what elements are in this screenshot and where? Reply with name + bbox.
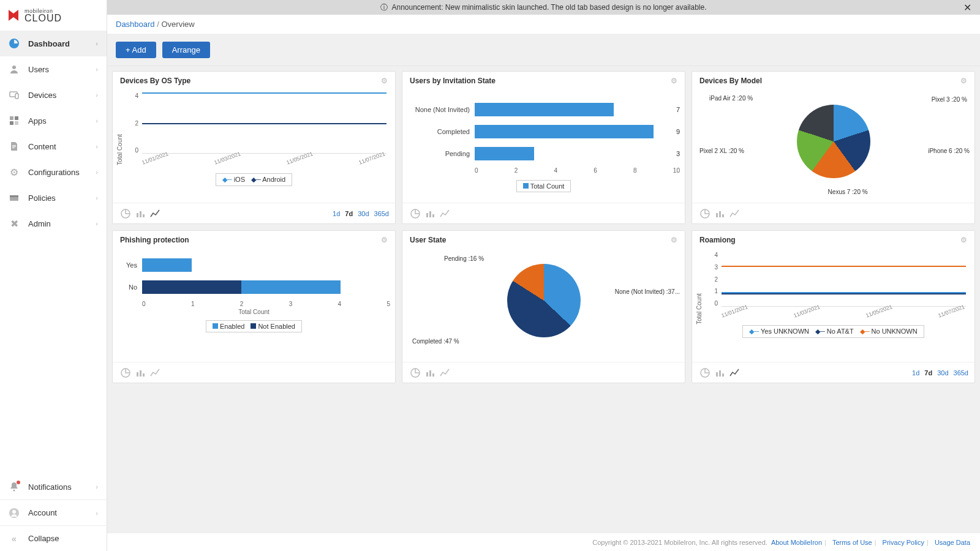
pie-chart-icon[interactable] xyxy=(119,366,132,380)
gear-icon[interactable]: ⚙ xyxy=(381,236,388,244)
nav-dashboard[interactable]: Dashboard› xyxy=(0,31,107,56)
timeframe-30d[interactable]: 30d xyxy=(358,210,369,217)
card-title: Users by Invitation State xyxy=(410,77,496,85)
pie-chart-icon[interactable] xyxy=(409,207,422,220)
nav-label: Policies xyxy=(28,193,96,203)
nav-account[interactable]: Account› xyxy=(0,500,107,525)
bar-chart-icon[interactable] xyxy=(423,366,437,380)
svg-rect-4 xyxy=(15,116,18,120)
line-chart-icon[interactable] xyxy=(438,207,451,220)
footer-link[interactable]: Usage Data xyxy=(935,539,970,546)
timeframe-7d[interactable]: 7d xyxy=(345,210,353,217)
breadcrumb: Dashboard / Overview xyxy=(107,15,980,34)
nav-bottom: Notifications›Account›«Collapse xyxy=(0,474,107,551)
gear-icon[interactable]: ⚙ xyxy=(960,77,967,85)
gear-icon[interactable]: ⚙ xyxy=(960,236,967,244)
main-area: ⓘ Announcement: New minimalistic skin la… xyxy=(107,0,980,551)
page-footer: Copyright © 2013-2021 MobileIron, Inc. A… xyxy=(107,533,980,551)
card-title: Phishing protection xyxy=(120,236,189,244)
nav-devices[interactable]: Devices› xyxy=(0,82,107,108)
y-axis-label: Total Count xyxy=(116,134,123,165)
nav-apps[interactable]: Apps› xyxy=(0,108,107,133)
svg-rect-35 xyxy=(722,373,724,377)
bar-chart-icon[interactable] xyxy=(713,207,726,220)
timeframe-1d[interactable]: 1d xyxy=(333,210,340,217)
svg-point-9 xyxy=(13,490,15,492)
line-chart-icon[interactable] xyxy=(148,366,162,380)
timeframe-365d[interactable]: 365d xyxy=(954,369,968,377)
line-chart-icon[interactable] xyxy=(148,207,162,220)
pie-chart-icon[interactable] xyxy=(409,366,422,380)
svg-rect-30 xyxy=(429,370,431,377)
svg-rect-34 xyxy=(719,370,721,377)
arrange-button[interactable]: Arrange xyxy=(162,42,210,58)
nav-notifications[interactable]: Notifications› xyxy=(0,474,107,500)
chevron-right-icon: › xyxy=(96,220,98,227)
svg-rect-26 xyxy=(140,370,141,377)
gear-icon[interactable]: ⚙ xyxy=(671,236,677,244)
copyright: Copyright © 2013-2021 MobileIron, Inc. A… xyxy=(592,539,767,546)
legend: ◆─ iOS ◆─ Android xyxy=(216,173,292,186)
svg-rect-23 xyxy=(722,214,724,217)
apps-icon xyxy=(9,115,20,126)
pie-chart-icon[interactable] xyxy=(698,366,712,380)
bar-chart-icon[interactable] xyxy=(713,366,726,380)
svg-rect-18 xyxy=(429,211,431,217)
toolbar: + Add Arrange xyxy=(107,34,980,66)
nav-label: Content xyxy=(28,142,96,151)
pie-user-state xyxy=(507,264,581,337)
line-chart-icon[interactable] xyxy=(438,366,451,380)
nav-admin[interactable]: ✖Admin› xyxy=(0,211,107,236)
footer-link[interactable]: Terms of Use xyxy=(832,539,872,546)
nav-policies[interactable]: Policies› xyxy=(0,185,107,211)
svg-rect-31 xyxy=(432,373,434,377)
close-icon[interactable]: ✕ xyxy=(963,2,971,13)
nav-label: Admin xyxy=(28,219,96,228)
svg-rect-5 xyxy=(10,121,13,125)
nav-collapse[interactable]: «Collapse xyxy=(0,525,107,551)
announcement-text: Announcement: New minimalistic skin laun… xyxy=(391,3,706,12)
chevron-right-icon: › xyxy=(96,91,98,99)
chevron-right-icon: › xyxy=(96,143,98,150)
nav-label: Devices xyxy=(28,91,96,100)
svg-rect-33 xyxy=(716,372,718,377)
gear-icon[interactable]: ⚙ xyxy=(381,77,388,85)
chart-type-switch xyxy=(409,207,451,220)
nav-users[interactable]: Users› xyxy=(0,56,107,82)
footer-link[interactable]: Privacy Policy xyxy=(883,539,924,546)
chevron-right-icon: › xyxy=(96,483,98,490)
svg-point-0 xyxy=(12,66,16,69)
bar-chart-icon[interactable] xyxy=(134,207,147,220)
svg-rect-13 xyxy=(137,213,138,217)
footer-link[interactable]: About MobileIron xyxy=(771,539,822,546)
timeframe-365d[interactable]: 365d xyxy=(374,210,389,217)
chevron-right-icon: › xyxy=(96,168,98,176)
timeframe-30d[interactable]: 30d xyxy=(937,369,948,377)
timeframe-1d[interactable]: 1d xyxy=(912,369,919,377)
legend: ◆─ Yes UNKNOWN ◆─ No AT&T ◆─ No UNKNOWN xyxy=(742,325,924,338)
add-button[interactable]: + Add xyxy=(116,42,156,58)
bar-chart-icon[interactable] xyxy=(134,366,147,380)
gear-icon[interactable]: ⚙ xyxy=(671,77,677,85)
card-invitation-state: Users by Invitation State⚙ None (Not Inv… xyxy=(402,71,685,224)
chart-type-switch xyxy=(119,207,162,220)
card-title: Devices By Model xyxy=(699,77,762,85)
card-title: Roamiong xyxy=(699,236,736,244)
dashboard-grid: Devices By OS Type⚙ Total Count 420 11/0… xyxy=(107,66,980,551)
card-user-state: User State⚙ None (Not Invited) :37... Co… xyxy=(402,230,685,383)
nav-content[interactable]: Content› xyxy=(0,133,107,159)
bar-chart-icon[interactable] xyxy=(423,207,437,220)
brand-big: CLOUD xyxy=(24,14,62,23)
nav-configurations[interactable]: ⚙Configurations› xyxy=(0,159,107,185)
svg-point-11 xyxy=(12,510,16,514)
timeframe-7d[interactable]: 7d xyxy=(924,369,932,377)
pie-chart-icon[interactable] xyxy=(119,207,132,220)
timeframe-selector: 1d7d30d365d xyxy=(912,369,968,377)
doc-icon xyxy=(9,141,20,152)
line-chart-icon[interactable] xyxy=(728,366,741,380)
pie-chart-icon[interactable] xyxy=(698,207,712,220)
breadcrumb-root[interactable]: Dashboard xyxy=(116,20,155,29)
line-chart-icon[interactable] xyxy=(728,207,741,220)
svg-rect-21 xyxy=(716,213,718,217)
policy-icon xyxy=(9,192,20,203)
